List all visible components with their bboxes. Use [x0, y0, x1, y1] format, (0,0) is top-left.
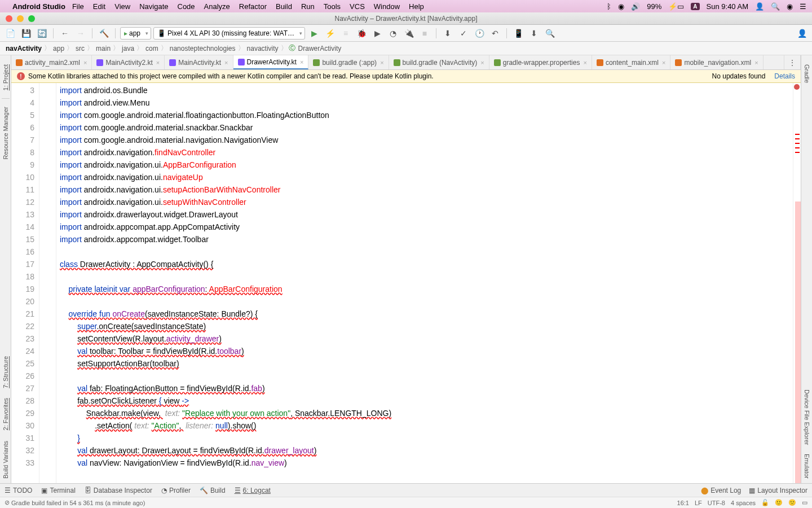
- code-line[interactable]: val fab: FloatingActionButton = findView…: [60, 382, 793, 395]
- crumb[interactable]: app: [52, 45, 65, 52]
- code-line[interactable]: import androidx.navigation.findNavContro…: [60, 146, 793, 159]
- gradle-tool[interactable]: Gradle: [804, 60, 810, 87]
- menu-vcs[interactable]: VCS: [350, 2, 365, 11]
- project-tool[interactable]: 1: Project: [2, 60, 9, 95]
- code-line[interactable]: import androidx.navigation.ui.navigateUp: [60, 171, 793, 183]
- details-link[interactable]: Details: [774, 72, 795, 80]
- nav-back-icon[interactable]: ←: [58, 27, 72, 40]
- attach-debugger-icon[interactable]: 🔌: [402, 27, 416, 40]
- crumb[interactable]: java: [121, 45, 135, 52]
- editor-tab[interactable]: MainActivity2.kt×: [92, 55, 165, 69]
- event-log-tool[interactable]: ⬤ Event Log: [701, 487, 741, 494]
- control-center-icon[interactable]: ☰: [800, 2, 806, 11]
- menu-view[interactable]: View: [114, 2, 130, 11]
- menu-edit[interactable]: Edit: [93, 2, 105, 11]
- code-line[interactable]: [60, 295, 793, 308]
- build-variants-tool[interactable]: Build Variants: [2, 436, 9, 483]
- close-tab-icon[interactable]: ×: [754, 59, 758, 66]
- open-icon[interactable]: 📄: [3, 27, 17, 40]
- code-line[interactable]: import android.view.Menu: [60, 97, 793, 109]
- user-icon[interactable]: 👤: [755, 2, 764, 11]
- volume-icon[interactable]: 🔊: [631, 2, 640, 11]
- code-line[interactable]: import com.google.android.material.float…: [60, 109, 793, 121]
- crumb[interactable]: src: [74, 45, 86, 52]
- more-tabs-icon[interactable]: ⋮: [784, 55, 801, 69]
- code-line[interactable]: import androidx.drawerlayout.widget.Draw…: [60, 208, 793, 221]
- app-name[interactable]: Android Studio: [12, 2, 65, 11]
- menu-navigate[interactable]: Navigate: [139, 2, 168, 11]
- nav-forward-icon[interactable]: →: [74, 27, 87, 40]
- battery-icon[interactable]: ⚡▭: [668, 2, 684, 11]
- profiler-icon[interactable]: ◔: [386, 27, 400, 40]
- todo-tool[interactable]: ☰ TODO: [5, 487, 32, 494]
- crumb[interactable]: com: [144, 45, 160, 52]
- code-line[interactable]: import androidx.navigation.ui.setupWithN…: [60, 196, 793, 208]
- sync-icon[interactable]: 🔄: [35, 27, 48, 40]
- code-content[interactable]: import android.os.Bundleimport android.v…: [56, 83, 793, 483]
- code-line[interactable]: val toolbar: Toolbar = findViewById(R.id…: [60, 345, 793, 357]
- menu-tools[interactable]: Tools: [324, 2, 341, 11]
- editor-tab[interactable]: content_main.xml×: [592, 55, 670, 69]
- code-line[interactable]: import androidx.navigation.ui.AppBarConf…: [60, 159, 793, 171]
- device-file-explorer-tool[interactable]: Device File Explorer: [804, 385, 810, 449]
- editor-tab[interactable]: build.gradle (:app)×: [308, 55, 389, 69]
- resource-manager-tool[interactable]: Resource Manager: [2, 102, 9, 164]
- indent[interactable]: 4 spaces: [731, 500, 756, 506]
- wifi-icon[interactable]: ◉: [618, 2, 624, 11]
- run-icon[interactable]: ▶: [307, 27, 321, 40]
- favorites-tool[interactable]: 2: Favorites: [2, 393, 9, 435]
- code-line[interactable]: .setAction( text: "Action", listener: nu…: [60, 419, 793, 432]
- clock[interactable]: Sun 9:40 AM: [707, 2, 748, 11]
- vcs-commit-icon[interactable]: ✓: [457, 27, 470, 40]
- face-sad-icon[interactable]: 🙁: [788, 499, 796, 506]
- menu-analyze[interactable]: Analyze: [204, 2, 230, 11]
- code-line[interactable]: [60, 246, 793, 258]
- code-line[interactable]: class DrawerActivity : AppCompatActivity…: [60, 258, 793, 270]
- menu-refactor[interactable]: Refactor: [239, 2, 267, 11]
- bluetooth-icon[interactable]: ᛒ: [607, 2, 611, 11]
- close-tab-icon[interactable]: ×: [300, 59, 303, 65]
- make-project-icon[interactable]: 🔨: [97, 27, 111, 40]
- stop-icon[interactable]: ■: [418, 27, 431, 40]
- debug-icon[interactable]: 🐞: [355, 27, 368, 40]
- close-tab-icon[interactable]: ×: [480, 59, 484, 66]
- line-ending[interactable]: LF: [695, 500, 702, 506]
- avd-manager-icon[interactable]: 📱: [511, 27, 525, 40]
- code-line[interactable]: fab.setOnClickListener { view ->: [60, 395, 793, 407]
- encoding[interactable]: UTF-8: [708, 500, 725, 506]
- close-tab-icon[interactable]: ×: [583, 59, 586, 66]
- code-line[interactable]: import androidx.navigation.ui.setupActio…: [60, 183, 793, 196]
- close-tab-icon[interactable]: ×: [156, 59, 160, 66]
- code-line[interactable]: private lateinit var appBarConfiguration…: [60, 283, 793, 295]
- battery-percent[interactable]: 99%: [647, 2, 661, 11]
- crumb[interactable]: main: [95, 45, 112, 52]
- menu-file[interactable]: File: [72, 2, 84, 11]
- code-line[interactable]: import com.google.android.material.navig…: [60, 134, 793, 146]
- apply-code-icon[interactable]: ≡: [339, 27, 352, 40]
- vcs-history-icon[interactable]: 🕐: [473, 27, 486, 40]
- crumb-root[interactable]: navActivity: [5, 45, 43, 52]
- menu-run[interactable]: Run: [301, 2, 315, 11]
- zoom-window-button[interactable]: [28, 15, 35, 22]
- structure-tool[interactable]: 7: Structure: [2, 352, 9, 393]
- editor-tab[interactable]: activity_main2.xml×: [11, 55, 92, 69]
- menu-code[interactable]: Code: [178, 2, 195, 11]
- siri-icon[interactable]: ◉: [787, 2, 793, 11]
- code-line[interactable]: val drawerLayout: DrawerLayout = findVie…: [60, 444, 793, 457]
- error-indicator-icon[interactable]: [794, 84, 800, 90]
- code-editor[interactable]: 3456789101112131415161718192021222324252…: [11, 83, 801, 483]
- close-window-button[interactable]: [6, 15, 12, 22]
- logcat-tool[interactable]: ☰ 6: Logcat: [235, 487, 271, 494]
- coverage-icon[interactable]: ▶: [370, 27, 384, 40]
- account-icon[interactable]: 👤: [795, 27, 809, 40]
- editor-tab[interactable]: mobile_navigation.xml×: [670, 55, 763, 69]
- editor-tab[interactable]: DrawerActivity.kt×: [233, 55, 309, 69]
- close-tab-icon[interactable]: ×: [380, 59, 383, 66]
- code-line[interactable]: override fun onCreate(savedInstanceState…: [60, 308, 793, 320]
- close-tab-icon[interactable]: ×: [83, 59, 87, 66]
- crumb[interactable]: nanosteptechnologies: [169, 45, 237, 52]
- editor-tab[interactable]: gradle-wrapper.properties×: [489, 55, 592, 69]
- code-line[interactable]: import androidx.appcompat.widget.Toolbar: [60, 233, 793, 246]
- profiler-tool[interactable]: ◔ Profiler: [161, 487, 191, 494]
- editor-tab[interactable]: MainActivity.kt×: [165, 55, 233, 69]
